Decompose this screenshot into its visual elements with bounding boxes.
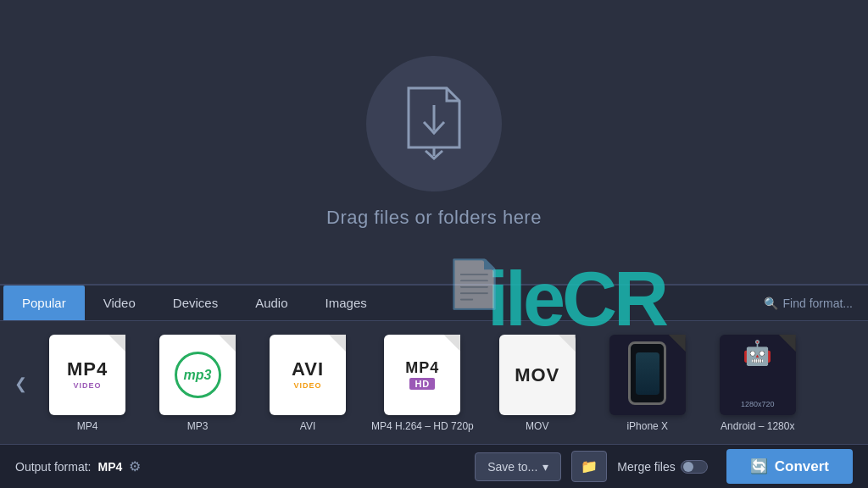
merge-files-label: Merge files [617, 460, 675, 474]
output-format-section: Output format: MP4 ⚙ [15, 458, 141, 474]
format-card-android: 🤖 1280x720 [720, 335, 796, 415]
formats-row: ❮ MP4 VIDEO MP4 mp3 MP3 AVI [0, 321, 868, 444]
toggle-knob [683, 462, 693, 472]
tab-video[interactable]: Video [85, 286, 154, 320]
format-card-mp3: mp3 [159, 335, 236, 415]
convert-label: Convert [775, 458, 829, 475]
format-label-mp4-hd: MP4 H.264 – HD 720p [371, 420, 474, 432]
format-label-avi: AVI [300, 420, 315, 432]
save-to-label: Save to... [487, 460, 537, 474]
save-to-button[interactable]: Save to... ▾ [475, 452, 561, 481]
format-label-iphone: iPhone X [626, 420, 668, 432]
tab-images[interactable]: Images [307, 286, 386, 320]
drop-zone[interactable]: Drag files or folders here [0, 0, 868, 284]
tab-audio[interactable]: Audio [236, 286, 306, 320]
merge-files-section: Merge files [617, 460, 707, 474]
tab-devices[interactable]: Devices [154, 286, 236, 320]
format-panel: Popular Video Devices Audio Images 🔍 Fin… [0, 284, 868, 444]
find-format: 🔍 Find format... [748, 286, 868, 320]
format-card-iphone [609, 335, 686, 415]
format-mp4[interactable]: MP4 VIDEO MP4 [32, 330, 142, 437]
refresh-icon: 🔄 [750, 458, 768, 475]
output-format-label: Output format: [15, 460, 91, 474]
format-label-android: Android – 1280x [721, 420, 794, 432]
output-format-value: MP4 [97, 460, 122, 474]
format-mp4-hd[interactable]: MP4 HD MP4 H.264 – HD 720p [363, 330, 482, 437]
format-label-mov: MOV [526, 420, 548, 432]
format-card-mp4: MP4 VIDEO [49, 335, 125, 415]
format-avi[interactable]: AVI VIDEO AVI [253, 330, 363, 437]
bottom-bar: Output format: MP4 ⚙ Save to... ▾ 📁 Merg… [0, 444, 868, 488]
nav-left-arrow[interactable]: ❮ [8, 374, 32, 393]
chevron-down-icon: ▾ [542, 460, 548, 474]
settings-button[interactable]: ⚙ [129, 458, 141, 474]
drop-file-icon [400, 84, 468, 164]
tab-popular[interactable]: Popular [3, 286, 85, 320]
format-mp3[interactable]: mp3 MP3 [142, 330, 253, 437]
drop-circle [366, 56, 502, 191]
tabs-row: Popular Video Devices Audio Images 🔍 Fin… [0, 286, 868, 321]
format-card-mov: MOV [499, 335, 576, 415]
format-label-mp3: MP3 [187, 420, 209, 432]
format-iphone-x[interactable]: iPhone X [593, 330, 703, 437]
convert-button[interactable]: 🔄 Convert [726, 449, 853, 484]
format-card-mp4-hd: MP4 HD [384, 335, 460, 415]
drop-text: Drag files or folders here [326, 207, 542, 229]
search-icon: 🔍 [764, 297, 778, 310]
merge-toggle[interactable] [681, 460, 708, 474]
format-android[interactable]: 🤖 1280x720 Android – 1280x [703, 330, 813, 437]
format-mov[interactable]: MOV MOV [482, 330, 593, 437]
format-label-mp4: MP4 [77, 420, 98, 432]
folder-button[interactable]: 📁 [571, 451, 607, 482]
format-card-avi: AVI VIDEO [270, 335, 346, 415]
